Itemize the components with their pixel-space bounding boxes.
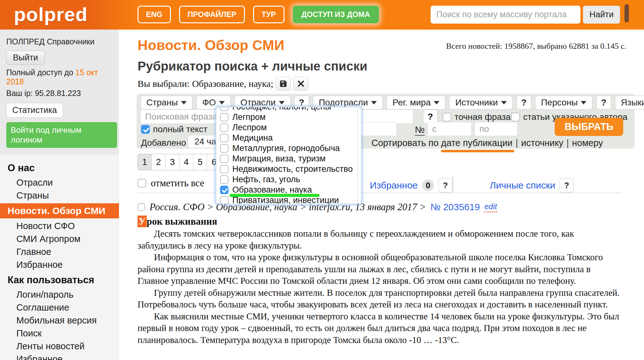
chevron-down-icon [434,101,439,104]
dropdown-item[interactable]: Леспром [216,122,361,133]
filter-world-regions-button[interactable]: Рег. мира [387,96,445,110]
account-block: ПОЛПРЕД Справочники Выйти Полный доступ … [0,30,119,155]
statistics-button[interactable]: Статистика [6,103,63,118]
dropdown-item-label: Миграция, виза, туризм [232,154,325,164]
sidebar-item-favorites[interactable]: Избранное [0,258,119,271]
sort-by-source-link[interactable]: источнику [521,138,563,148]
checkbox-icon [220,175,229,184]
filter-label: Подотрасли [319,98,368,108]
article-checkbox[interactable] [138,203,145,211]
page-3[interactable]: 3 [166,154,179,170]
access-prefix: Полный доступ до [6,68,76,77]
help-button-persons[interactable]: ? [596,96,611,110]
sort-by-date-link[interactable]: дате публикации [441,138,512,148]
separator: | [563,138,572,148]
check-all-checkbox[interactable]: отметить все [138,177,204,189]
page-4[interactable]: 4 [179,154,193,170]
filter-label: Персоны [541,98,578,108]
number-from-input[interactable] [427,122,472,136]
sidebar-item-search[interactable]: Поиск [0,327,119,340]
ip-line: Ваш ip: 95.28.81.223 [6,89,113,98]
dropdown-item[interactable]: Медицина [216,133,361,143]
favorites-link[interactable]: Избранное [370,180,418,191]
dropdown-item[interactable]: Нефть, газ, уголь [216,174,361,185]
checkbox-icon [220,113,229,121]
article-title: Урок выживания [138,216,217,227]
page-2[interactable]: 2 [152,154,166,170]
save-selection-button[interactable] [276,77,291,91]
dropdown-item-education-selected[interactable]: Образование, наука [216,185,361,195]
personal-login-button[interactable]: Войти под личным логином [6,122,117,148]
sidebar-item-news-sfo[interactable]: Новости СФО [0,220,119,233]
list-controls-bar: отметить все с Избранное 0 ? Личные спис… [119,176,644,192]
profiler-button[interactable]: ПРОФАЙЛЕР [179,6,245,23]
page-scrollbar-thumb[interactable] [624,4,629,22]
dropdown-scrollbar[interactable] [357,109,358,202]
sort-label: Сортировать по [371,138,441,148]
dropdown-item[interactable]: Металлургия, горнодобыча [216,143,361,154]
checkbox-icon [220,155,229,163]
full-text-checkbox[interactable]: полный текст [141,124,207,134]
checkbox-checked-icon [141,125,150,134]
green-annotation-underline [229,194,319,197]
main-content: Всего новостей: 1958867, выбрано 62881 з… [119,30,644,360]
logout-button[interactable]: Выйти [6,51,45,65]
personal-lists-link[interactable]: Личные списки [490,180,555,191]
help-button-sources[interactable]: ? [517,96,531,110]
exact-phrase-label: точная фраза [455,112,511,122]
global-search-input[interactable] [431,6,580,24]
dropdown-item-label: Леспром [232,123,267,132]
filter-countries-button[interactable]: Страны [140,96,193,110]
help-button-phrase[interactable]: ? [423,110,438,124]
dropdown-item-label: Недвижимость, строительство [232,164,353,174]
sidebar-item-favorites-2[interactable]: Избранное [0,353,119,360]
page-5[interactable]: 5 [193,154,207,170]
sort-by-number-link[interactable]: номеру [572,138,603,148]
sidebar-item-industries[interactable]: Отрасли [0,176,119,189]
article-edit-link[interactable]: edit [484,202,497,212]
article-paragraph: Десять томских четвероклассников попали … [138,228,622,251]
sidebar-heading-about[interactable]: О нас [0,159,119,176]
industries-dropdown-list: Госбюджет, налоги, цены Легпром Леспром … [216,107,361,204]
find-button[interactable]: Найти [583,6,620,24]
sort-row: Сортировать по дате публикации|источнику… [371,138,603,148]
sidebar-item-login-password[interactable]: Логин/пароль [0,288,119,301]
filter-sources-button[interactable]: Источники [449,96,512,110]
article-number-link[interactable]: № 2035619 [430,202,480,212]
eng-button[interactable]: ENG [138,6,171,23]
checkbox-icon [220,165,229,173]
tour-button[interactable]: ТУР [253,6,285,23]
checkbox-icon [220,123,229,132]
sidebar-item-countries[interactable]: Страны [0,189,119,202]
dropdown-item[interactable]: Легпром [216,112,361,122]
dropdown-item[interactable]: Недвижимость, строительство [216,164,361,174]
chevron-down-icon [581,101,586,104]
clear-selection-button[interactable] [293,77,308,91]
page-1[interactable]: 1 [138,154,152,170]
sidebar-item-news-selected[interactable]: Новости. Обзор СМИ [0,203,119,218]
sidebar-item-main[interactable]: Главное [0,245,119,258]
sidebar-heading-howto[interactable]: Как пользоваться [0,271,119,288]
sidebar-item-smi-agroprom[interactable]: СМИ Агропром [0,233,119,245]
header-nav: ENG ПРОФАЙЛЕР ТУР ДОСТУП ИЗ ДОМА [138,6,379,23]
dropdown-item[interactable]: Госбюджет, налоги, цены [216,107,361,112]
checkbox-icon [220,107,229,111]
help-button-favorites[interactable]: ? [438,178,452,193]
sidebar-item-feeds[interactable]: Ленты новостей [0,340,119,353]
favorites-group: Избранное 0 ? [370,178,452,193]
polpred-logo[interactable]: polpred [14,3,88,25]
full-text-label: полный текст [153,124,207,134]
select-button[interactable]: ВЫБРАТЬ [555,118,623,136]
number-sign-label[interactable]: № [415,125,425,136]
help-button-personal-lists[interactable]: ? [560,178,573,193]
filter-persons-button[interactable]: Персоны [535,96,593,110]
sidebar-item-mobile[interactable]: Мобильная версия [0,314,119,327]
exact-phrase-checkbox[interactable]: точная фраза [443,112,511,122]
number-to-input[interactable] [475,122,517,136]
sidebar-item-agreement[interactable]: Соглашение [0,301,119,314]
home-access-button[interactable]: ДОСТУП ИЗ ДОМА [293,6,379,23]
filter-languages-button[interactable]: Языки [615,96,644,110]
checkbox-icon [138,179,146,188]
directory-title: ПОЛПРЕД Справочники [6,37,113,46]
dropdown-item[interactable]: Миграция, виза, туризм [216,154,361,164]
